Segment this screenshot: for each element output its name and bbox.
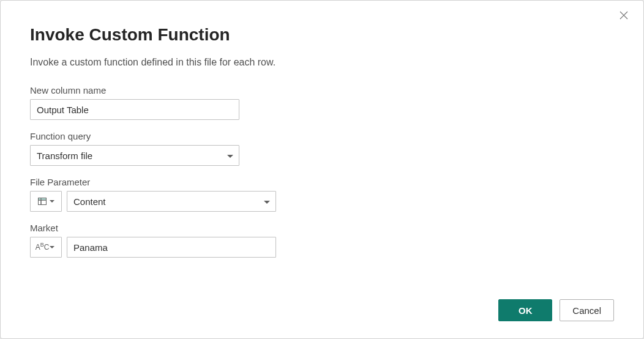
file-parameter-label: File Parameter <box>30 177 614 187</box>
close-button[interactable] <box>619 10 631 23</box>
market-type-picker[interactable]: ABC <box>30 237 62 258</box>
market-label: Market <box>30 223 614 233</box>
function-query-label: Function query <box>30 131 614 141</box>
dialog-footer: OK Cancel <box>498 299 614 321</box>
dialog-subtitle: Invoke a custom function defined in this… <box>30 57 614 68</box>
dialog-title: Invoke Custom Function <box>30 25 614 45</box>
function-query-select[interactable]: Transform file <box>30 145 239 166</box>
market-group: Market ABC <box>30 223 614 258</box>
svg-rect-3 <box>39 198 47 201</box>
text-icon: ABC <box>37 242 48 253</box>
invoke-custom-function-dialog: Invoke Custom Function Invoke a custom f… <box>0 0 644 339</box>
file-parameter-select[interactable]: Content <box>67 191 276 212</box>
new-column-name-input[interactable] <box>30 99 239 120</box>
chevron-down-icon <box>49 198 55 204</box>
function-query-group: Function query Transform file <box>30 131 614 166</box>
function-query-value: Transform file <box>37 151 92 161</box>
ok-button[interactable]: OK <box>498 299 552 321</box>
new-column-name-group: New column name <box>30 85 614 120</box>
file-parameter-group: File Parameter <box>30 177 614 212</box>
chevron-down-icon <box>49 244 55 250</box>
file-parameter-value: Content <box>73 196 106 207</box>
market-input[interactable] <box>67 237 276 258</box>
cancel-button[interactable]: Cancel <box>560 299 614 321</box>
table-icon <box>37 196 48 207</box>
file-parameter-type-picker[interactable] <box>30 191 62 212</box>
close-icon <box>619 10 629 20</box>
new-column-name-label: New column name <box>30 85 614 95</box>
